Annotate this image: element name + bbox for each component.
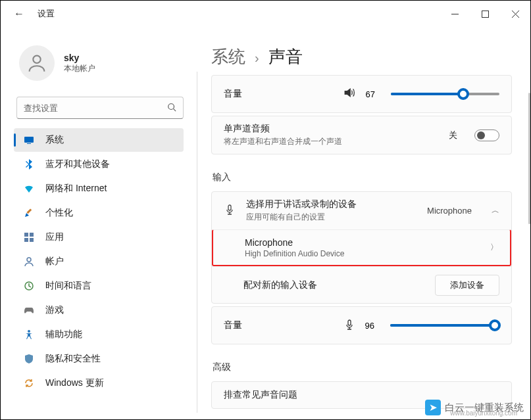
nav-label: 网络和 Internet [45,183,107,195]
maximize-button[interactable] [470,3,500,24]
pair-device-row: 配对新的输入设备 添加设备 [212,266,511,303]
accounts-icon [23,256,35,268]
watermark-logo-icon: ➤ [425,400,441,415]
sidebar: sky 本地帐户 系统 蓝牙和其他设备 网络和 Internet [1,27,198,419]
mic-item-title: Microphone [245,237,480,248]
advanced-section-title: 高级 [213,362,512,373]
nav-apps[interactable]: 应用 [14,225,184,249]
volume-label: 音量 [224,88,333,100]
nav-accessibility[interactable]: 辅助功能 [14,323,184,346]
nav-bluetooth[interactable]: 蓝牙和其他设备 [14,152,184,176]
nav-label: 系统 [45,134,64,146]
mono-toggle[interactable] [474,129,499,141]
nav-label: 应用 [45,231,64,243]
user-name: sky [64,53,95,63]
close-button[interactable] [500,3,530,24]
input-volume-label: 音量 [224,319,334,331]
input-volume-value: 96 [365,321,380,331]
nav-update[interactable]: Windows 更新 [14,371,184,395]
nav-gaming[interactable]: 游戏 [14,298,184,322]
window-controls [440,3,530,24]
mono-title: 单声道音频 [224,123,438,135]
network-icon [23,183,35,195]
gaming-icon [23,304,35,316]
nav-label: 游戏 [45,304,64,316]
input-section-title: 输入 [213,172,512,183]
shield-icon [23,353,35,365]
volume-slider[interactable] [391,93,500,95]
nav-accounts[interactable]: 帐户 [14,250,184,273]
svg-rect-12 [24,238,28,242]
titlebar: ← 设置 [1,1,530,27]
breadcrumb-current: 声音 [268,45,303,68]
search-icon [167,103,176,114]
avatar [19,45,55,81]
output-volume-card: 音量 67 [211,75,512,113]
svg-rect-17 [228,205,231,210]
mono-sub: 将左声道和右声道合并成一个声道 [224,136,438,147]
chevron-up-icon: ︿ [492,205,499,216]
app-title: 设置 [38,8,55,20]
divider [197,72,197,413]
input-device-value: Microphone [427,206,472,216]
svg-rect-18 [348,320,351,325]
chevron-right-icon: 〉 [490,242,498,253]
watermark-url: www.baiyunxitong.com [450,409,517,417]
scrollbar[interactable] [528,93,530,224]
nav-time[interactable]: 时间和语言 [14,274,184,298]
system-icon [23,134,35,146]
accessibility-icon [23,329,35,340]
input-device-title: 选择用于讲话或录制的设备 [246,198,417,210]
nav-label: 蓝牙和其他设备 [45,158,110,170]
nav-label: 时间和语言 [45,280,91,292]
volume-value: 67 [366,89,380,99]
nav-label: Windows 更新 [45,377,104,389]
svg-point-16 [28,330,30,333]
breadcrumb-parent[interactable]: 系统 [211,45,245,68]
svg-rect-9 [26,208,32,214]
nav-privacy[interactable]: 隐私和安全性 [14,347,184,371]
svg-point-5 [168,103,174,109]
svg-rect-1 [482,11,488,17]
back-button[interactable]: ← [14,8,24,20]
main-panel: 系统 › 声音 音量 67 单 [198,27,530,419]
search-input[interactable] [24,103,167,113]
input-volume-slider[interactable] [390,324,500,327]
breadcrumb: 系统 › 声音 [211,45,512,68]
svg-rect-10 [24,233,28,237]
svg-rect-11 [30,233,34,237]
chevron-right-icon: › [255,51,259,66]
minimize-button[interactable] [440,3,470,24]
svg-rect-7 [24,137,34,143]
svg-rect-8 [27,143,31,144]
mic-item-sub: High Definition Audio Device [245,249,480,258]
microphone-icon [224,204,236,218]
nav-list: 系统 蓝牙和其他设备 网络和 Internet 个性化 应用 帐户 [14,128,198,395]
update-icon [23,377,35,389]
user-sub: 本地帐户 [64,63,95,74]
microphone-device-row[interactable]: Microphone High Definition Audio Device … [212,229,511,266]
nav-label: 辅助功能 [45,329,82,340]
time-icon [23,280,35,292]
svg-rect-13 [30,238,34,242]
mono-audio-card: 单声道音频 将左声道和右声道合并成一个声道 关 [211,116,512,154]
microphone-icon[interactable] [344,319,355,332]
nav-label: 个性化 [45,207,73,219]
pair-label: 配对新的输入设备 [243,279,424,291]
svg-line-6 [174,108,176,111]
personalize-icon [23,207,35,219]
svg-point-4 [33,56,40,63]
apps-icon [23,231,35,243]
choose-input-device-row[interactable]: 选择用于讲话或录制的设备 应用可能有自己的设置 Microphone ︿ [212,192,511,229]
add-device-button[interactable]: 添加设备 [435,275,499,296]
nav-personalize[interactable]: 个性化 [14,201,184,225]
nav-label: 隐私和安全性 [45,353,101,365]
user-account-row[interactable]: sky 本地帐户 [14,34,198,94]
search-box[interactable] [16,97,184,119]
watermark: ➤ 白云一键重装系统 www.baiyunxitong.com [425,400,524,415]
nav-system[interactable]: 系统 [14,128,184,152]
nav-network[interactable]: 网络和 Internet [14,177,184,200]
speaker-icon[interactable] [343,87,355,101]
input-volume-card: 音量 96 [211,306,512,344]
input-device-card: 选择用于讲话或录制的设备 应用可能有自己的设置 Microphone ︿ Mic… [211,191,512,304]
